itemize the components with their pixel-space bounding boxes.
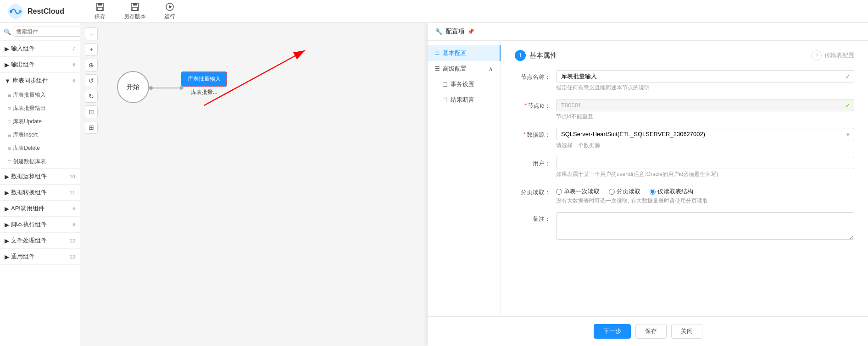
save-as-button[interactable]: + 另存版本 — [115, 0, 155, 22]
paging-hint: 没有大数据表时可选一次读取, 有大数据量表时请使用分页读取 — [556, 197, 854, 205]
sidebar-group-header-output[interactable]: ▶ 输出组件 8 — [0, 57, 80, 72]
svg-rect-5 — [97, 7, 103, 11]
sidebar-group-header-input[interactable]: ▶ 输入组件 7 — [0, 41, 80, 56]
form-row-remark: 备注： — [515, 212, 854, 241]
sidebar-group-output: ▶ 输出组件 8 — [0, 57, 80, 73]
sidebar-group-file-process: ▶ 文件处理组件 12 — [0, 233, 80, 249]
nav-item-assertion[interactable]: ☐ 结果断言 — [431, 92, 501, 108]
sidebar-group-general: ▶ 通用组件 12 — [0, 249, 80, 265]
sidebar-group-script-exec: ▶ 脚本执行组件 8 — [0, 217, 80, 233]
table-sync-arrow-icon: ▼ — [5, 77, 11, 84]
sidebar-group-table-sync: ▼ 库表同步组件 6 库表批量输入 库表批量输出 库表Update 库表Inse… — [0, 73, 80, 169]
node-name-label: 节点名称： — [515, 70, 556, 81]
sidebar-group-header-general[interactable]: ▶ 通用组件 12 — [0, 249, 80, 264]
close-button[interactable]: 关闭 — [671, 324, 702, 339]
next-step-button[interactable]: 下一步 — [594, 324, 631, 339]
nav-group-advanced[interactable]: ☰ 高级配置 ∧ — [428, 61, 501, 77]
app-header: RestCloud 保存 + 另存版本 运行 — [0, 0, 868, 23]
config-footer: 下一步 保存 关闭 — [428, 316, 868, 346]
sidebar-item-insert[interactable]: 库表Insert — [0, 128, 80, 142]
paging-radio-single[interactable]: 单表一次读取 — [556, 187, 600, 196]
nav-checkbox2-icon: ☐ — [442, 97, 448, 104]
form-row-datasource: 数据源： SQLServer-HeartSuit(ETL_SQLSERVER_2… — [515, 128, 854, 149]
user-hint: 如果表属于某一个用户的userId(注意:Oracle的用户id必须是全大写) — [556, 170, 854, 178]
config-title: 🔧 配置项 📌 — [435, 27, 474, 36]
sidebar-group-header-script-exec[interactable]: ▶ 脚本执行组件 8 — [0, 217, 80, 232]
config-panel: 🔧 配置项 📌 ☰ 基本配置 ☰ 高级配置 — [428, 23, 868, 346]
node-id-input[interactable] — [556, 99, 854, 111]
user-input[interactable] — [556, 157, 854, 169]
step2-indicator: 2 传输表配置 — [812, 50, 854, 60]
paging-radio-struct-only[interactable]: 仅读取表结构 — [650, 187, 693, 196]
node-id-field: ✓ 节点id不能重复 — [556, 99, 854, 121]
sidebar-group-data-compute: ▶ 数据运算组件 10 — [0, 169, 80, 185]
sidebar-group-header-table-sync[interactable]: ▼ 库表同步组件 6 — [0, 73, 80, 88]
input-arrow-icon: ▶ — [5, 45, 9, 52]
save-button[interactable]: 保存 — [85, 0, 115, 22]
paging-label: 分页读取： — [515, 186, 556, 197]
search-input[interactable] — [13, 27, 80, 37]
sidebar-group-header-data-transform[interactable]: ▶ 数据转换组件 11 — [0, 185, 80, 200]
sidebar: 🔍 ☰ ▶ 输入组件 7 ▶ 输出组件 8 — [0, 23, 80, 346]
step2-circle: 2 — [812, 50, 822, 60]
output-arrow-icon: ▶ — [5, 61, 9, 68]
datasource-field: SQLServer-HeartSuit(ETL_SQLSERVER_230627… — [556, 128, 854, 149]
svg-marker-11 — [169, 5, 172, 9]
config-layout: ☰ 基本配置 ☰ 高级配置 ∧ ☐ 事务设置 — [428, 41, 868, 316]
sidebar-group-header-data-compute[interactable]: ▶ 数据运算组件 10 — [0, 169, 80, 184]
nav-advanced-icon: ☰ — [435, 66, 440, 72]
footer-save-button[interactable]: 保存 — [635, 324, 667, 339]
sidebar-item-create-table[interactable]: 创建数据库表 — [0, 155, 80, 168]
sidebar-search-bar: 🔍 ☰ — [0, 23, 80, 41]
config-pin-icon[interactable]: 📌 — [467, 28, 474, 35]
nav-item-transaction[interactable]: ☐ 事务设置 — [431, 77, 501, 92]
sidebar-group-input: ▶ 输入组件 7 — [0, 41, 80, 57]
config-title-icon: 🔧 — [435, 28, 443, 35]
datasource-hint: 请选择一个数据源 — [556, 142, 854, 149]
canvas-area: − + ⊕ ↺ ↻ ⊡ ⊞ 开始 库表批量输入 — [80, 23, 868, 346]
sidebar-item-batch-output[interactable]: 库表批量输出 — [0, 102, 80, 115]
node-start[interactable]: 开始 — [117, 71, 149, 103]
config-panel-header: 🔧 配置项 📌 — [428, 23, 868, 41]
general-arrow-icon: ▶ — [5, 253, 9, 260]
datasource-select[interactable]: SQLServer-HeartSuit(ETL_SQLSERVER_230627… — [556, 128, 854, 140]
config-content: 1 基本属性 2 传输表配置 — [501, 41, 868, 316]
node-id-check-icon: ✓ — [845, 102, 851, 109]
form-row-node-name: 节点名称： ✓ 指定任何有意义且能简述本节点的说明 — [515, 70, 854, 92]
svg-rect-4 — [98, 3, 102, 5]
user-field: 如果表属于某一个用户的userId(注意:Oracle的用户id必须是全大写) — [556, 157, 854, 178]
nav-sub-advanced: ☐ 事务设置 ☐ 结果断言 — [428, 77, 501, 108]
sidebar-group-header-api-call[interactable]: ▶ API调用组件 6 — [0, 201, 80, 216]
nav-item-basic[interactable]: ☰ 基本配置 — [428, 45, 501, 61]
run-button[interactable]: 运行 — [155, 0, 184, 22]
node-name-check-icon: ✓ — [845, 73, 851, 80]
node-batch-input[interactable]: 库表批量输入 库表批量... — [181, 71, 227, 96]
sidebar-item-delete[interactable]: 库表Delete — [0, 142, 80, 155]
node-id-hint: 节点id不能重复 — [556, 113, 854, 121]
script-exec-arrow-icon: ▶ — [5, 221, 9, 228]
node-id-label: 节点Id： — [515, 99, 556, 110]
form-row-user: 用户： 如果表属于某一个用户的userId(注意:Oracle的用户id必须是全… — [515, 157, 854, 178]
svg-point-1 — [10, 10, 12, 13]
node-id-input-wrapper: ✓ — [556, 99, 854, 111]
advanced-collapse-icon: ∧ — [489, 66, 493, 72]
data-transform-arrow-icon: ▶ — [5, 189, 9, 196]
sidebar-item-update[interactable]: 库表Update — [0, 115, 80, 128]
sidebar-item-batch-input[interactable]: 库表批量输入 — [0, 88, 80, 102]
step1-title: 1 基本属性 — [515, 50, 557, 61]
svg-point-2 — [19, 10, 22, 13]
remark-textarea[interactable] — [556, 212, 854, 240]
paging-field: 单表一次读取 分页读取 仅读取表结构 — [556, 186, 854, 205]
file-process-arrow-icon: ▶ — [5, 237, 9, 244]
step1-circle: 1 — [515, 50, 526, 61]
sidebar-group-header-file-process[interactable]: ▶ 文件处理组件 12 — [0, 233, 80, 248]
remark-field — [556, 212, 854, 241]
paging-radio-paged[interactable]: 分页读取 — [609, 187, 640, 196]
form-row-node-id: 节点Id： ✓ 节点id不能重复 — [515, 99, 854, 121]
node-name-hint: 指定任何有意义且能简述本节点的说明 — [556, 84, 854, 92]
node-name-input-wrapper: ✓ — [556, 70, 854, 82]
remark-label: 备注： — [515, 212, 556, 223]
table-sync-items: 库表批量输入 库表批量输出 库表Update 库表Insert 库表Delete… — [0, 88, 80, 168]
node-name-input[interactable] — [556, 70, 854, 82]
sidebar-group-data-transform: ▶ 数据转换组件 11 — [0, 185, 80, 201]
